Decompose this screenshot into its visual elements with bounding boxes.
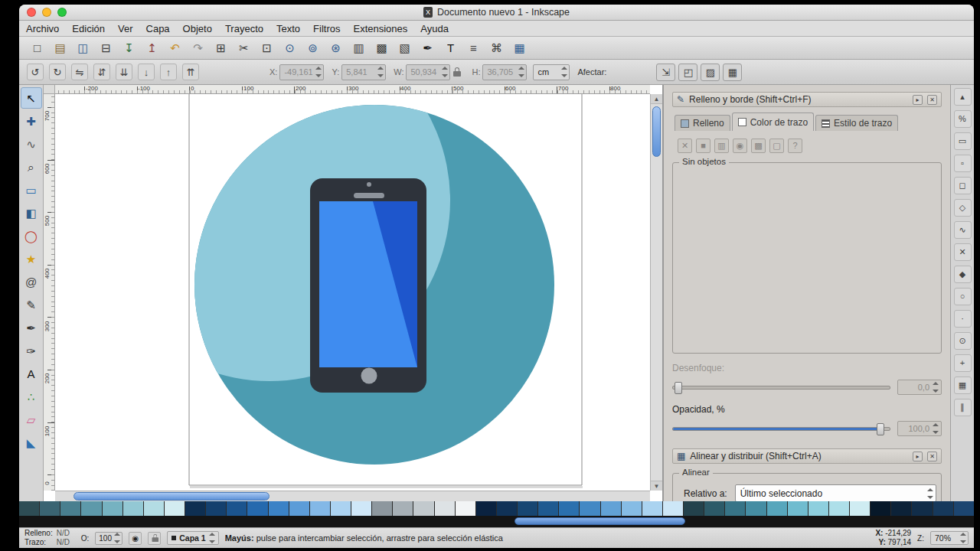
palette-swatch[interactable] bbox=[351, 501, 371, 516]
palette-swatch[interactable] bbox=[185, 501, 205, 516]
rotate-cw-button[interactable]: ↻ bbox=[49, 64, 66, 80]
paint-none-button[interactable]: ✕ bbox=[678, 139, 692, 153]
snapbar-scroll-up-button[interactable]: ▴ bbox=[954, 88, 972, 106]
zoom-selection-button[interactable]: ⊙ bbox=[280, 38, 299, 57]
tool-pencil[interactable]: ✎ bbox=[21, 294, 42, 315]
palette-swatch[interactable] bbox=[891, 501, 911, 516]
tool-star[interactable]: ★ bbox=[21, 248, 42, 269]
fill-stroke-indicator[interactable]: Relleno: N/D Trazo: N/D bbox=[24, 530, 75, 546]
snap-bbox-edges-button[interactable]: ▫ bbox=[954, 155, 972, 172]
object-opacity-input[interactable]: 100 bbox=[95, 532, 122, 545]
snap-centers-button[interactable]: ⊙ bbox=[954, 332, 972, 350]
palette-swatch[interactable] bbox=[60, 501, 80, 516]
align-collapse-button[interactable]: ▸ bbox=[913, 452, 923, 461]
palette-swatch[interactable] bbox=[331, 501, 351, 516]
paint-radial-gradient-button[interactable]: ◉ bbox=[733, 139, 747, 153]
xml-editor-button[interactable]: ⌘ bbox=[487, 38, 506, 57]
snap-toggle-button[interactable]: % bbox=[954, 110, 972, 128]
palette-swatch[interactable] bbox=[435, 501, 455, 516]
spinner-arrows-icon[interactable] bbox=[209, 533, 216, 543]
fill-stroke-dialog-button[interactable]: ✒ bbox=[418, 38, 437, 57]
save-button[interactable]: ◫ bbox=[74, 38, 93, 57]
snap-bbox-corners-button[interactable]: ◻ bbox=[954, 177, 972, 194]
tool-selector[interactable]: ↖ bbox=[21, 87, 42, 109]
width-input[interactable]: 50,934 bbox=[406, 64, 450, 80]
tool-node-editor[interactable]: ✚ bbox=[21, 110, 42, 132]
palette-swatch[interactable] bbox=[850, 501, 870, 516]
raise-button[interactable]: ↑ bbox=[160, 64, 177, 80]
menu-extensiones[interactable]: Extensiones bbox=[353, 23, 407, 34]
palette-swatch[interactable] bbox=[476, 501, 496, 516]
palette-swatch[interactable] bbox=[289, 501, 309, 516]
lower-button[interactable]: ↓ bbox=[138, 64, 155, 80]
scroll-up-icon[interactable]: ▲ bbox=[651, 94, 662, 104]
tool-ellipse[interactable]: ◯ bbox=[21, 225, 42, 246]
tool-bezier-pen[interactable]: ✒ bbox=[21, 317, 42, 338]
zoom-input[interactable]: 70% bbox=[930, 531, 969, 545]
menu-edicion[interactable]: Edición bbox=[72, 23, 105, 34]
lower-to-bottom-button[interactable]: ⇊ bbox=[116, 64, 132, 80]
palette-swatch[interactable] bbox=[559, 501, 579, 516]
palette-swatch[interactable] bbox=[497, 501, 517, 516]
spinner-arrows-icon[interactable] bbox=[932, 423, 939, 434]
snap-intersections-button[interactable]: ✕ bbox=[954, 243, 972, 261]
spinner-arrows-icon[interactable] bbox=[113, 533, 120, 543]
print-button[interactable]: ⊟ bbox=[96, 38, 116, 57]
blur-value-input[interactable]: 0,0 bbox=[897, 380, 942, 395]
palette-swatch[interactable] bbox=[933, 501, 953, 516]
palette-swatch[interactable] bbox=[227, 501, 247, 516]
palette-swatch[interactable] bbox=[518, 501, 537, 516]
opacity-value-input[interactable]: 100,0 bbox=[897, 421, 942, 436]
palette-swatch[interactable] bbox=[767, 501, 787, 516]
layers-dialog-button[interactable]: ≡ bbox=[464, 38, 483, 57]
palette-swatch[interactable] bbox=[684, 501, 704, 516]
affect-move-button[interactable]: ⇲ bbox=[656, 64, 675, 81]
palette-swatch[interactable] bbox=[954, 501, 974, 516]
relative-to-dropdown[interactable]: Último seleccionado bbox=[735, 484, 936, 501]
palette-swatch[interactable] bbox=[81, 501, 101, 516]
scroll-down-icon[interactable]: ▼ bbox=[651, 481, 662, 491]
menu-filtros[interactable]: Filtros bbox=[313, 23, 340, 34]
snap-nodes-button[interactable]: ◇ bbox=[954, 199, 972, 217]
palette-swatch[interactable] bbox=[206, 501, 226, 516]
vertical-scrollbar-thumb[interactable] bbox=[652, 106, 661, 157]
layer-selector[interactable]: Capa 1 bbox=[167, 531, 218, 545]
tool-zoom[interactable]: ⌕ bbox=[21, 156, 42, 178]
paint-flat-button[interactable]: ■ bbox=[696, 139, 710, 153]
height-input[interactable]: 36,705 bbox=[482, 64, 527, 80]
spinner-arrows-icon[interactable] bbox=[560, 67, 567, 77]
tab-estilo-de-trazo[interactable]: Estilo de trazo bbox=[815, 115, 898, 131]
rotate-ccw-button[interactable]: ↺ bbox=[27, 64, 44, 80]
snap-cusp-nodes-button[interactable]: ◆ bbox=[954, 266, 972, 283]
palette-swatch[interactable] bbox=[704, 501, 724, 516]
palette-swatch[interactable] bbox=[663, 501, 683, 516]
redo-button[interactable]: ↷ bbox=[188, 38, 207, 57]
dropdown-arrows-icon[interactable] bbox=[926, 488, 933, 499]
tool-rectangle[interactable]: ▭ bbox=[21, 179, 42, 201]
tab-relleno[interactable]: Relleno bbox=[675, 115, 730, 131]
tool-spray[interactable]: ∴ bbox=[21, 386, 42, 407]
opacity-slider[interactable] bbox=[672, 427, 890, 431]
tab-color-de-trazo[interactable]: Color de trazo bbox=[732, 112, 814, 131]
tool-calligraphy[interactable]: ✑ bbox=[21, 340, 42, 361]
paint-unknown-button[interactable]: ? bbox=[788, 139, 802, 153]
palette-swatch[interactable] bbox=[19, 501, 39, 516]
copy-button[interactable]: ⊞ bbox=[211, 38, 230, 57]
paint-pattern-button[interactable]: ▩ bbox=[751, 139, 766, 153]
tool-paint-bucket[interactable]: ◣ bbox=[21, 432, 42, 453]
vertical-ruler[interactable]: 7006005004003002001000 bbox=[44, 94, 55, 491]
palette-swatch[interactable] bbox=[413, 501, 433, 516]
y-input[interactable]: 5,841 bbox=[341, 64, 386, 80]
zoom-window-button[interactable] bbox=[57, 8, 67, 17]
palette-swatch[interactable] bbox=[601, 501, 621, 516]
tool-tweak[interactable]: ∿ bbox=[21, 133, 42, 155]
tool-3d-box[interactable]: ◧ bbox=[21, 202, 42, 223]
opacity-slider-handle[interactable] bbox=[877, 423, 884, 435]
text-dialog-button[interactable]: T bbox=[441, 38, 460, 57]
palette-swatch[interactable] bbox=[103, 501, 122, 516]
snap-midpoints-button[interactable]: · bbox=[954, 310, 972, 328]
vertical-scrollbar[interactable]: ▲ ▼ bbox=[650, 94, 662, 491]
palette-scrollbar[interactable] bbox=[19, 516, 974, 527]
affect-gradient-button[interactable]: ▨ bbox=[701, 64, 720, 81]
duplicate-button[interactable]: ▥ bbox=[349, 38, 368, 57]
